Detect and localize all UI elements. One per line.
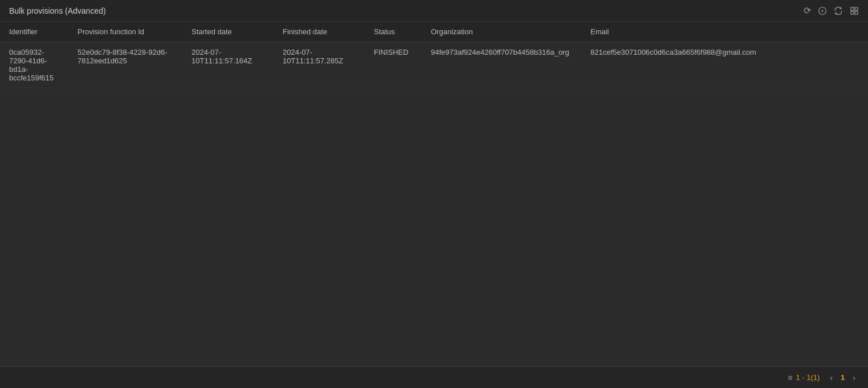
table-container: Identifier Provision function Id Started… — [0, 22, 868, 366]
cell-startedDate: 2024-07-10T11:11:57.164Z — [182, 42, 274, 88]
pagination-controls: ‹ 1 › — [826, 372, 859, 383]
col-header-started: Started date — [182, 22, 274, 42]
sync-icon[interactable] — [834, 6, 843, 15]
cell-email: 821cef5e3071006c0d6ca3a665f6f988@gmail.c… — [581, 42, 868, 88]
table-header-row: Identifier Provision function Id Started… — [0, 22, 868, 42]
pagination-info: ≡ 1 - 1(1) — [788, 373, 820, 382]
next-page-button[interactable]: › — [849, 372, 859, 383]
svg-rect-2 — [851, 7, 854, 10]
col-header-organization: Organization — [422, 22, 581, 42]
svg-rect-5 — [855, 11, 858, 14]
page-title: Bulk provisions (Advanced) — [9, 6, 106, 15]
table-row[interactable]: 0ca05932-7290-41d6-bd1a-bccfe159f61552e0… — [0, 42, 868, 88]
header-icons: ⟳ — [804, 5, 859, 16]
table-body: 0ca05932-7290-41d6-bd1a-bccfe159f61552e0… — [0, 42, 868, 88]
cell-identifier: 0ca05932-7290-41d6-bd1a-bccfe159f615 — [0, 42, 68, 88]
cell-finishedDate: 2024-07-10T11:11:57.285Z — [274, 42, 365, 88]
main-table: Identifier Provision function Id Started… — [0, 22, 868, 88]
cell-organization: 94fe973af924e4260ff707b4458b316a_org — [422, 42, 581, 88]
list-icon: ≡ — [788, 373, 792, 382]
grid-icon[interactable] — [850, 6, 859, 15]
cell-provisionFunctionId: 52e0dc79-8f38-4228-92d6-7812eed1d625 — [68, 42, 182, 88]
col-header-identifier: Identifier — [0, 22, 68, 42]
history-icon[interactable] — [818, 6, 827, 15]
pagination-range: 1 - 1(1) — [796, 373, 820, 382]
col-header-status: Status — [365, 22, 422, 42]
svg-rect-3 — [855, 7, 858, 10]
refresh-icon[interactable]: ⟳ — [804, 5, 811, 16]
svg-point-1 — [822, 10, 824, 11]
current-page: 1 — [841, 373, 845, 382]
svg-rect-4 — [851, 11, 854, 14]
footer: ≡ 1 - 1(1) ‹ 1 › — [0, 366, 868, 388]
app-container: Bulk provisions (Advanced) ⟳ — [0, 0, 868, 388]
col-header-provision: Provision function Id — [68, 22, 182, 42]
prev-page-button[interactable]: ‹ — [826, 372, 836, 383]
col-header-finished: Finished date — [274, 22, 365, 42]
header: Bulk provisions (Advanced) ⟳ — [0, 0, 868, 22]
col-header-email: Email — [581, 22, 868, 42]
cell-status: FINISHED — [365, 42, 422, 88]
